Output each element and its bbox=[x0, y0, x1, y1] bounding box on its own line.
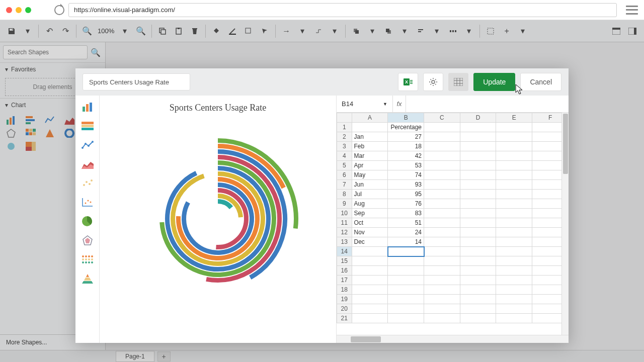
svg-point-55 bbox=[89, 183, 91, 185]
connector-icon[interactable]: → bbox=[279, 24, 294, 39]
sheet-vscrollbar[interactable] bbox=[561, 113, 569, 335]
radar-chart-icon[interactable] bbox=[6, 129, 16, 138]
chart-title-input[interactable] bbox=[83, 73, 190, 90]
rose-icon[interactable] bbox=[6, 142, 16, 151]
select-icon[interactable] bbox=[483, 24, 498, 39]
add-dd[interactable]: ▾ bbox=[515, 24, 530, 39]
front-icon[interactable] bbox=[349, 24, 364, 39]
sheet-hscrollbar[interactable] bbox=[337, 335, 569, 343]
distribute-icon[interactable] bbox=[445, 24, 460, 39]
svg-marker-62 bbox=[85, 238, 90, 243]
panel2-icon[interactable] bbox=[625, 24, 640, 39]
svg-point-52 bbox=[92, 141, 94, 143]
cell-reference[interactable]: B14▼ bbox=[337, 96, 393, 112]
svg-point-59 bbox=[90, 202, 91, 203]
chart-edit-dialog: X Update Cancel Sports Centers Usage Rat… bbox=[75, 68, 569, 343]
undo-icon[interactable]: ↶ bbox=[42, 24, 57, 39]
hbar-chart-icon[interactable] bbox=[26, 116, 36, 125]
bottom-bar: Page-1 + bbox=[0, 350, 644, 362]
style-icon[interactable] bbox=[257, 24, 272, 39]
paste-icon[interactable] bbox=[171, 24, 186, 39]
zoom-dropdown[interactable]: ▾ bbox=[117, 24, 132, 39]
sheet-grid[interactable]: ABCDEF1Percentage2Jan273Feb184Mar425Apr5… bbox=[337, 113, 569, 335]
update-button[interactable]: Update bbox=[473, 73, 515, 91]
svg-point-41 bbox=[432, 80, 435, 83]
svg-rect-45 bbox=[90, 103, 92, 112]
svg-point-58 bbox=[87, 200, 89, 202]
bar-chart-icon[interactable] bbox=[6, 116, 16, 125]
add-page-button[interactable]: + bbox=[157, 351, 171, 361]
add-icon[interactable]: + bbox=[499, 24, 514, 39]
ct-pie-icon[interactable] bbox=[80, 215, 95, 227]
redo-icon[interactable]: ↷ bbox=[58, 24, 73, 39]
ct-dotmatrix-icon[interactable] bbox=[80, 253, 95, 265]
svg-rect-7 bbox=[355, 30, 359, 34]
svg-point-56 bbox=[91, 179, 93, 182]
ct-bar-icon[interactable] bbox=[80, 101, 95, 113]
fill-icon[interactable] bbox=[209, 24, 224, 39]
svg-rect-17 bbox=[612, 28, 620, 30]
svg-rect-32 bbox=[29, 132, 32, 135]
ct-stacked-icon[interactable] bbox=[80, 120, 95, 132]
svg-rect-11 bbox=[418, 31, 421, 32]
save-dropdown[interactable]: ▾ bbox=[20, 24, 35, 39]
ct-pyramid-icon[interactable] bbox=[80, 273, 95, 285]
connector-dd[interactable]: ▾ bbox=[295, 24, 310, 39]
distribute-dd[interactable]: ▾ bbox=[461, 24, 476, 39]
align-icon[interactable] bbox=[413, 24, 428, 39]
reload-icon[interactable] bbox=[54, 5, 64, 15]
ct-scatter-axis-icon[interactable] bbox=[80, 196, 95, 208]
zoom-out-icon[interactable]: 🔍 bbox=[79, 24, 95, 39]
waypoint-icon[interactable] bbox=[311, 24, 326, 39]
stroke-icon[interactable] bbox=[225, 24, 240, 39]
svg-rect-15 bbox=[488, 28, 494, 34]
back-dd[interactable]: ▾ bbox=[397, 24, 412, 39]
window-controls bbox=[6, 7, 31, 13]
url-bar[interactable]: https://online.visual-paradigm.com/ bbox=[68, 3, 617, 17]
zoom-in-icon[interactable]: 🔍 bbox=[133, 24, 148, 39]
treemap-icon[interactable] bbox=[26, 142, 36, 151]
align-dd[interactable]: ▾ bbox=[429, 24, 444, 39]
svg-point-67 bbox=[82, 258, 84, 260]
settings-button[interactable] bbox=[423, 73, 443, 91]
excel-export-button[interactable]: X bbox=[398, 73, 418, 91]
menu-icon[interactable] bbox=[626, 6, 638, 15]
fx-label: fx bbox=[393, 96, 406, 112]
pyramid-icon[interactable] bbox=[45, 129, 55, 138]
page-tab[interactable]: Page-1 bbox=[116, 351, 154, 362]
waypoint-dd[interactable]: ▾ bbox=[327, 24, 342, 39]
donut-icon[interactable] bbox=[64, 129, 74, 138]
save-icon[interactable] bbox=[4, 24, 19, 39]
svg-point-51 bbox=[88, 145, 90, 147]
svg-rect-20 bbox=[7, 120, 9, 125]
delete-icon[interactable] bbox=[187, 24, 202, 39]
svg-rect-42 bbox=[454, 78, 463, 86]
heatmap-icon[interactable] bbox=[26, 129, 36, 138]
svg-point-57 bbox=[85, 203, 86, 204]
svg-rect-38 bbox=[26, 147, 32, 151]
ct-area-icon[interactable] bbox=[80, 158, 95, 170]
ct-line-icon[interactable] bbox=[80, 139, 95, 151]
zoom-level: 100% bbox=[96, 27, 116, 35]
search-shapes-input[interactable] bbox=[3, 45, 88, 59]
svg-rect-29 bbox=[29, 129, 32, 132]
panel1-icon[interactable] bbox=[609, 24, 624, 39]
maximize-window[interactable] bbox=[25, 7, 31, 13]
back-icon[interactable] bbox=[381, 24, 396, 39]
ct-radar-icon[interactable] bbox=[80, 234, 95, 246]
svg-rect-37 bbox=[32, 142, 36, 151]
minimize-window[interactable] bbox=[16, 7, 22, 13]
search-icon[interactable]: 🔍 bbox=[91, 48, 101, 57]
front-dd[interactable]: ▾ bbox=[365, 24, 380, 39]
grid-toggle-button[interactable] bbox=[448, 73, 468, 91]
close-window[interactable] bbox=[6, 7, 12, 13]
ct-scatter-icon[interactable] bbox=[80, 177, 95, 189]
formula-input[interactable] bbox=[406, 96, 569, 112]
area-chart-icon[interactable] bbox=[64, 116, 74, 125]
line-chart-icon[interactable] bbox=[45, 116, 55, 125]
svg-point-50 bbox=[85, 143, 87, 145]
cancel-button[interactable]: Cancel bbox=[520, 73, 561, 91]
copy-icon[interactable] bbox=[155, 24, 170, 39]
shadow-icon[interactable] bbox=[241, 24, 256, 39]
svg-point-66 bbox=[91, 255, 93, 257]
